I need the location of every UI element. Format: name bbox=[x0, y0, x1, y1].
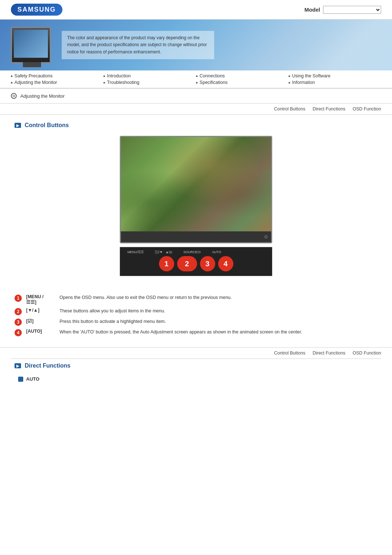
btn-label-menu: MENU/☰☰ bbox=[127, 250, 144, 254]
desc-num-1: 1 bbox=[15, 295, 22, 302]
tab-direct-functions[interactable]: Direct Functions bbox=[313, 106, 345, 112]
model-label: Model bbox=[305, 7, 320, 13]
desc-item-4: 4 [AUTO] When the 'AUTO' button is press… bbox=[15, 329, 377, 336]
btn-label-nav: ⬛/▼ ▲/◎ bbox=[155, 250, 172, 254]
auto-icon bbox=[18, 377, 23, 382]
button-bar-wrap: MENU/☰☰ ⬛/▼ ▲/◎ SOURCE/⊙ AUTO 1 2 3 4 bbox=[15, 247, 377, 276]
description-list: 1 [MENU /☰☰] Opens the OSD menu. Also us… bbox=[15, 294, 377, 336]
section-title-text-direct-functions: Direct Functions bbox=[25, 362, 70, 369]
monitor-screen-area bbox=[121, 137, 271, 231]
nav-information[interactable]: Information bbox=[289, 80, 381, 85]
desc-num-4: 4 bbox=[15, 329, 22, 336]
section-title-control-buttons: ▶ Control Buttons bbox=[15, 122, 377, 129]
nav-troubleshooting[interactable]: Troubleshooting bbox=[103, 80, 196, 85]
breadcrumb-text: Adjusting the Monitor bbox=[20, 93, 65, 99]
desc-key-3: [☑] bbox=[26, 318, 55, 324]
auto-text: AUTO bbox=[26, 376, 40, 382]
btn-label-auto: AUTO bbox=[212, 250, 221, 254]
button-4-number: 4 bbox=[224, 260, 228, 268]
button-bar: MENU/☰☰ ⬛/▼ ▲/◎ SOURCE/⊙ AUTO 1 2 3 4 bbox=[120, 247, 272, 276]
nav-introduction[interactable]: Introduction bbox=[103, 73, 196, 78]
tab-control-buttons[interactable]: Control Buttons bbox=[274, 106, 305, 112]
button-4-circle[interactable]: 4 bbox=[218, 256, 233, 271]
desc-key-2: [▼/▲] bbox=[26, 308, 55, 313]
monitor-display bbox=[120, 136, 272, 243]
section-icon-control-buttons: ▶ bbox=[15, 123, 21, 128]
button-1-number: 1 bbox=[164, 260, 168, 268]
monitor-bezel-bottom bbox=[121, 231, 271, 242]
desc-val-2: These buttons allow you to adjust items … bbox=[60, 308, 165, 315]
section-direct-functions: ▶ Direct Functions AUTO bbox=[0, 359, 392, 393]
desc-key-4: [AUTO] bbox=[26, 329, 55, 334]
section-control-buttons: ▶ Control Buttons MENU/☰☰ ⬛/▼ ▲/◎ SOURCE… bbox=[0, 115, 392, 291]
model-area: Model bbox=[305, 6, 381, 14]
auto-item: AUTO bbox=[18, 376, 377, 382]
button-3-number: 3 bbox=[205, 260, 209, 268]
tab-bottom-control-buttons[interactable]: Control Buttons bbox=[274, 351, 305, 356]
button-2-circle[interactable]: 2 bbox=[177, 256, 197, 271]
section-title-direct-functions: ▶ Direct Functions bbox=[15, 362, 377, 369]
button-circles: 1 2 3 4 bbox=[126, 256, 266, 271]
samsung-logo: SAMSUNG bbox=[11, 4, 62, 16]
button-2-number: 2 bbox=[185, 260, 189, 268]
desc-item-2: 2 [▼/▲] These buttons allow you to adjus… bbox=[15, 308, 377, 315]
desc-val-1: Opens the OSD menu. Also use to exit the… bbox=[60, 294, 232, 301]
desc-item-3: 3 [☑] Press this button to activate a hi… bbox=[15, 318, 377, 326]
breadcrumb-icon: O bbox=[11, 93, 17, 99]
monitor-display-wrap bbox=[15, 136, 377, 243]
desc-item-1: 1 [MENU /☰☰] Opens the OSD menu. Also us… bbox=[15, 294, 377, 305]
tab-bottom-osd-function[interactable]: OSD Function bbox=[352, 351, 381, 356]
power-indicator-dot bbox=[265, 235, 268, 238]
section-title-text-control-buttons: Control Buttons bbox=[25, 122, 69, 129]
nav-specifications[interactable]: Specifications bbox=[196, 80, 289, 85]
tab-row-bottom: Control Buttons Direct Functions OSD Fun… bbox=[0, 347, 392, 358]
tab-bottom-direct-functions[interactable]: Direct Functions bbox=[313, 351, 345, 356]
tab-osd-function[interactable]: OSD Function bbox=[352, 106, 381, 112]
banner-monitor-screen bbox=[14, 30, 48, 58]
nav-safety-precautions[interactable]: Safety Precautions bbox=[11, 73, 103, 78]
desc-val-4: When the 'AUTO' button is pressed, the A… bbox=[60, 329, 302, 336]
desc-num-3: 3 bbox=[15, 319, 22, 326]
tab-row-top: Control Buttons Direct Functions OSD Fun… bbox=[0, 104, 392, 115]
header: SAMSUNG Model bbox=[0, 0, 392, 20]
button-3-circle[interactable]: 3 bbox=[200, 256, 215, 271]
nav-adjusting-monitor[interactable]: Adjusting the Monitor bbox=[11, 80, 103, 85]
button-1-circle[interactable]: 1 bbox=[159, 256, 174, 271]
banner: The color and appearance of the product … bbox=[0, 20, 392, 70]
btn-label-source: SOURCE/⊙ bbox=[183, 250, 201, 254]
desc-num-2: 2 bbox=[15, 308, 22, 315]
button-labels: MENU/☰☰ ⬛/▼ ▲/◎ SOURCE/⊙ AUTO bbox=[126, 250, 266, 254]
nav-using-software[interactable]: Using the Software bbox=[289, 73, 381, 78]
breadcrumb: O Adjusting the Monitor bbox=[0, 89, 392, 104]
banner-monitor-image bbox=[11, 27, 51, 63]
model-select[interactable] bbox=[323, 6, 381, 14]
desc-key-1: [MENU /☰☰] bbox=[26, 294, 55, 305]
nav-links: Safety Precautions Introduction Connecti… bbox=[0, 70, 392, 89]
banner-decoration bbox=[283, 20, 392, 70]
nav-connections[interactable]: Connections bbox=[196, 73, 289, 78]
desc-val-3: Press this button to activate a highligh… bbox=[60, 318, 166, 325]
banner-text: The color and appearance of the product … bbox=[62, 31, 214, 59]
section-icon-direct-functions: ▶ bbox=[15, 363, 21, 368]
